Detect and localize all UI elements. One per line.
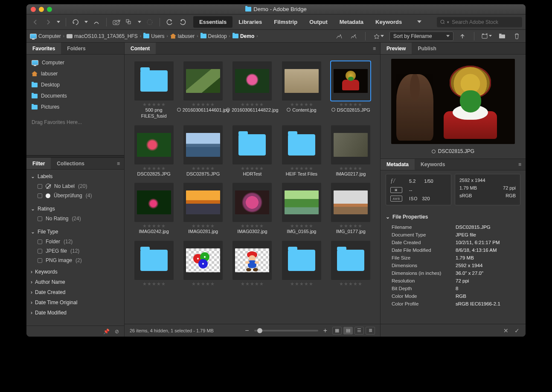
rating-stars[interactable]: ★★★★★	[290, 166, 313, 170]
filter-section-header[interactable]: ›Author Name	[26, 277, 124, 287]
thumbnail[interactable]	[282, 183, 321, 222]
view-details-button[interactable]: ☰	[354, 327, 364, 334]
rating-stars[interactable]: ★★★★★	[142, 282, 166, 286]
filter-section-header[interactable]: ›Date Time Original	[26, 297, 124, 308]
open-in-cr-button[interactable]	[144, 17, 155, 27]
thumbnail[interactable]	[134, 125, 174, 164]
thumbnail-grid[interactable]: ★★★★★500 png FILES_fusid★★★★★20160306114…	[125, 55, 380, 324]
rotate-ccw-button[interactable]	[164, 17, 175, 27]
filter-opt-norating[interactable]: No Rating (24)	[26, 214, 124, 223]
image-item[interactable]: ★★★★★IMAG0217.jpg	[328, 125, 373, 177]
rating-stars[interactable]: ★★★★★	[339, 166, 362, 170]
folder-item[interactable]: ★★★★★HDRTest	[230, 125, 275, 177]
thumbnail[interactable]	[134, 61, 174, 101]
get-photos-button[interactable]	[111, 17, 122, 27]
image-item[interactable]: ★★★★★201603061144601.jpg	[180, 61, 225, 119]
thumbnail-quality-button[interactable]	[334, 31, 345, 41]
filter-section-header[interactable]: ›Date Modified	[26, 308, 124, 318]
zoom-window-button[interactable]	[47, 7, 52, 12]
tab-content[interactable]: Content	[125, 43, 156, 54]
rating-stars[interactable]: ★★★★★	[290, 282, 313, 286]
filter-opt-jpeg[interactable]: JPEG file (12)	[26, 246, 124, 256]
rating-stars[interactable]: ★★★★★	[339, 102, 362, 107]
checkbox[interactable]	[38, 258, 42, 263]
image-item[interactable]: ★★★★★IMG_0177.jpg	[328, 183, 373, 235]
minimize-window-button[interactable]	[39, 7, 44, 12]
checkbox[interactable]	[38, 216, 42, 221]
breadcrumb[interactable]: Users	[143, 33, 164, 39]
forward-button[interactable]	[43, 17, 54, 27]
workspace-essentials[interactable]: Essentials	[193, 16, 232, 28]
favorite-item[interactable]: Desktop	[26, 79, 124, 90]
preview-image[interactable]	[391, 59, 515, 144]
thumbnail[interactable]	[232, 241, 272, 280]
rating-stars[interactable]: ★★★★★	[241, 224, 264, 228]
boomerang-dropdown[interactable]	[83, 17, 89, 27]
workspace-more-button[interactable]	[414, 17, 425, 27]
tab-metadata[interactable]: Metadata	[381, 159, 415, 170]
thumbnail[interactable]	[331, 125, 370, 164]
apply-metadata-button[interactable]: ✓	[514, 327, 520, 334]
tab-preview[interactable]: Preview	[381, 43, 412, 54]
sort-ascending-button[interactable]	[457, 31, 468, 41]
image-item[interactable]: ★★★★★IMG_0165.jpg	[279, 183, 324, 235]
folder-item[interactable]: ★★★★★500 png FILES_fusid	[131, 61, 176, 119]
favorite-item[interactable]: Computer	[26, 57, 124, 68]
thumbnail[interactable]	[282, 61, 321, 101]
breadcrumb[interactable]: labuser	[170, 33, 195, 39]
stock-search-input[interactable]	[452, 19, 519, 25]
filter-opt-uberprufung[interactable]: Überprüfung (4)	[26, 191, 124, 200]
filter-labels-header[interactable]: ⌄Labels	[26, 171, 124, 182]
image-item[interactable]: ★★★★★IMAG0302.jpg	[230, 183, 275, 235]
favorite-item[interactable]: labuser	[26, 68, 124, 79]
zoom-out-button[interactable]: −	[245, 327, 249, 334]
new-folder-button[interactable]	[497, 31, 508, 41]
rotate-cw-button[interactable]	[177, 17, 188, 27]
panel-menu-icon[interactable]: ≡	[113, 158, 124, 169]
view-list-button[interactable]: ≣	[366, 327, 375, 334]
rating-stars[interactable]: ★★★★★	[192, 102, 215, 107]
image-item[interactable]: ★★★★★DSC02815.JPG	[328, 61, 373, 119]
image-item[interactable]: ★★★★★DSC02825.JPG	[131, 125, 176, 177]
tab-folders[interactable]: Folders	[61, 43, 91, 54]
cancel-metadata-button[interactable]: ✕	[503, 327, 508, 334]
thumbnail[interactable]	[232, 125, 272, 164]
workspace-keywords[interactable]: Keywords	[369, 16, 408, 28]
workspace-metadata[interactable]: Metadata	[334, 16, 369, 28]
rating-stars[interactable]: ★★★★★	[339, 224, 362, 228]
rating-stars[interactable]: ★★★★★	[142, 102, 166, 107]
thumbnail[interactable]	[134, 241, 174, 280]
zoom-in-button[interactable]: +	[323, 327, 327, 334]
thumbnail[interactable]	[331, 241, 370, 280]
image-item[interactable]: ★★★★★IMAG0281.jpg	[180, 183, 225, 235]
stock-search[interactable]: ▾	[437, 17, 522, 27]
breadcrumb[interactable]: Desktop	[200, 33, 227, 39]
checkbox[interactable]	[38, 184, 42, 189]
breadcrumb[interactable]: macOS10.13_17A365_HFS	[67, 33, 138, 39]
recent-dropdown[interactable]	[55, 17, 61, 27]
thumbnail-size-slider[interactable]	[254, 330, 318, 331]
checkbox[interactable]	[38, 249, 42, 254]
rating-stars[interactable]: ★★★★★	[241, 102, 264, 107]
rating-stars[interactable]: ★★★★★	[290, 102, 313, 107]
rating-stars[interactable]: ★★★★★	[290, 224, 313, 228]
thumbnail[interactable]	[183, 61, 223, 101]
open-recent-button[interactable]	[480, 31, 493, 41]
panel-menu-icon[interactable]: ≡	[369, 43, 380, 54]
thumbnail[interactable]	[282, 125, 321, 164]
thumbnail[interactable]	[331, 61, 370, 101]
thumbnail[interactable]	[232, 61, 272, 101]
folder-item[interactable]: ★★★★★HEIF Test Files	[279, 125, 324, 177]
image-item[interactable]: ★★★★★IMAG0242.jpg	[131, 183, 176, 235]
rating-stars[interactable]: ★★★★★	[339, 282, 362, 286]
thumbnail[interactable]	[134, 183, 174, 222]
filter-by-rating-button[interactable]	[372, 31, 386, 41]
filter-ratings-header[interactable]: ⌄Ratings	[26, 204, 124, 214]
tab-filter[interactable]: Filter	[26, 158, 51, 169]
panel-menu-icon[interactable]: ≡	[514, 159, 526, 170]
image-item[interactable]: ★★★★★201603061144822.jpg	[230, 61, 275, 119]
folder-item[interactable]: ★★★★★	[328, 241, 373, 287]
file-properties-header[interactable]: ⌄File Properties	[386, 210, 520, 223]
thumbnail[interactable]	[183, 183, 223, 222]
image-item[interactable]: ★★★★★	[230, 241, 275, 287]
